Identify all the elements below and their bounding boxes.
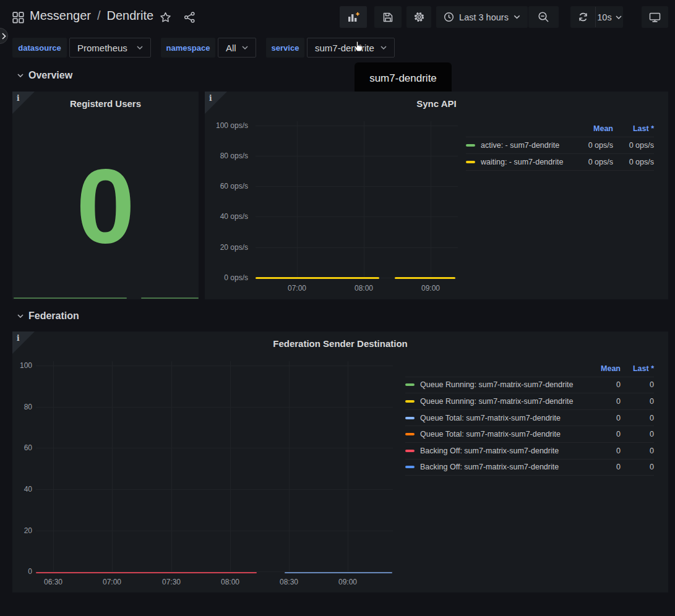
legend-row: Queue Running: sum7-matrix-sum7-dendrite… [405, 377, 654, 394]
y-axis-tick: 40 ops/s [207, 212, 248, 221]
panel-title-federation-sender[interactable]: Federation Sender Destination [37, 338, 643, 349]
info-icon: i [17, 94, 20, 103]
panel-info-corner[interactable] [12, 332, 35, 354]
legend-sort-last[interactable]: Last * [613, 124, 654, 133]
legend-series-label[interactable]: Queue Total: sum7-matrix-sum7-dendrite [420, 414, 583, 422]
apps-grid-icon [12, 12, 24, 24]
section-row-federation[interactable]: Federation [17, 310, 79, 322]
legend-mean-value: 0 [583, 430, 621, 438]
dashboard-header: Messenger / Dendrite [0, 0, 675, 35]
breadcrumb-dashboard[interactable]: Dendrite [107, 9, 154, 23]
y-axis-tick: 20 [12, 526, 32, 535]
save-dashboard-button[interactable] [374, 6, 402, 28]
series-color-swatch [405, 400, 415, 403]
panel-title-registered-users[interactable]: Registerd Users [37, 98, 174, 109]
variable-value-service[interactable]: sum7-dendrite [307, 38, 395, 58]
clock-icon [444, 12, 454, 22]
panel-info-corner[interactable] [205, 92, 227, 114]
refresh-group[interactable]: 10s [570, 6, 623, 28]
panel-sync-api: i Sync API 100 ops/s 80 ops/s 60 ops/s 4… [205, 92, 668, 299]
legend-row: Queue Total: sum7-matrix-sum7-dendrite 0… [405, 426, 654, 443]
breadcrumb-separator: / [97, 9, 101, 23]
breadcrumb-folder[interactable]: Messenger [30, 9, 91, 23]
legend-sort-mean[interactable]: Mean [583, 364, 621, 373]
legend-series-label[interactable]: Backing Off: sum7-matrix-sum7-dendrite [420, 447, 583, 455]
legend-row: Queue Running: sum7-matrix-sum7-dendrite… [405, 393, 654, 410]
legend-last-value: 0 ops/s [613, 158, 654, 166]
x-axis-tick: 07:00 [283, 284, 311, 293]
x-axis-tick: 07:00 [98, 578, 126, 586]
legend-sort-last[interactable]: Last * [621, 364, 654, 373]
y-axis-tick: 20 ops/s [207, 243, 248, 252]
y-axis-tick: 0 ops/s [207, 273, 248, 282]
time-range-label: Last 3 hours [458, 12, 509, 22]
legend-header-row: Mean Last * [466, 121, 654, 137]
legend-last-value: 0 ops/s [613, 141, 654, 150]
chevron-down-icon [380, 46, 387, 49]
section-title-federation: Federation [28, 310, 79, 322]
info-icon: i [209, 94, 212, 103]
x-axis-tick: 08:30 [275, 578, 303, 586]
legend-series-label[interactable]: Backing Off: sum7-matrix-sum7-dendrite [420, 463, 583, 471]
legend-row: Backing Off: sum7-matrix-sum7-dendrite 0… [405, 443, 654, 460]
variable-value-datasource[interactable]: Prometheus [69, 38, 151, 58]
series-color-swatch [405, 450, 415, 452]
variable-label-namespace: namespace [161, 38, 215, 58]
legend-last-value: 0 [621, 447, 654, 455]
section-title-overview: Overview [28, 70, 72, 81]
chevron-down-icon [137, 46, 143, 49]
service-value-tooltip: sum7-dendrite [355, 62, 452, 95]
legend-series-label[interactable]: Queue Running: sum7-matrix-sum7-dendrite [420, 397, 583, 406]
y-axis-tick: 100 [12, 361, 32, 370]
legend-row: Queue Total: sum7-matrix-sum7-dendrite 0… [405, 410, 654, 427]
star-icon[interactable] [160, 12, 171, 23]
series-color-swatch [405, 466, 415, 468]
refresh-icon[interactable] [570, 12, 595, 22]
legend-sort-mean[interactable]: Mean [570, 124, 613, 133]
cycle-view-mode-button[interactable] [642, 6, 668, 28]
legend-series-label[interactable]: Queue Running: sum7-matrix-sum7-dendrite [420, 380, 583, 389]
share-icon[interactable] [184, 12, 196, 23]
legend-header-row: Mean Last * [405, 361, 654, 377]
panel-title-sync-api[interactable]: Sync API [230, 98, 643, 109]
variable-label-service: service [266, 38, 304, 58]
x-axis-tick: 09:00 [417, 284, 444, 293]
legend-row: Backing Off: sum7-matrix-sum7-dendrite 0… [405, 460, 654, 476]
legend-last-value: 0 [621, 414, 654, 422]
variable-value-namespace[interactable]: All [218, 38, 256, 58]
legend-series-label[interactable]: active: - sum7-dendrite [481, 141, 570, 150]
plus-badge [356, 12, 359, 15]
dashboard-settings-button[interactable] [406, 6, 431, 28]
y-axis-tick: 60 ops/s [207, 182, 248, 190]
legend-mean-value: 0 [583, 414, 621, 422]
legend-row: waiting: - sum7-dendrite 0 ops/s 0 ops/s [466, 154, 654, 171]
legend-last-value: 0 [621, 463, 654, 471]
x-axis-tick: 08:00 [216, 578, 244, 586]
chevron-down-icon [17, 74, 24, 77]
series-color-swatch [405, 433, 415, 435]
y-axis-tick: 80 [12, 403, 32, 411]
legend-series-label[interactable]: Queue Total: sum7-matrix-sum7-dendrite [420, 430, 583, 438]
panel-registered-users: i Registerd Users 0 [12, 92, 199, 299]
zoom-out-time-button[interactable] [528, 6, 559, 28]
legend-mean-value: 0 ops/s [570, 141, 613, 150]
series-line-waiting [256, 277, 379, 279]
series-color-swatch [405, 383, 415, 386]
chevron-down-icon [616, 15, 622, 19]
x-axis-tick: 08:00 [350, 284, 377, 293]
stat-sparkline-segment [141, 297, 199, 299]
y-axis-tick: 80 ops/s [207, 152, 248, 160]
add-panel-button[interactable] [340, 6, 367, 28]
panel-info-corner[interactable] [12, 92, 35, 114]
legend-series-label[interactable]: waiting: - sum7-dendrite [481, 158, 570, 166]
chevron-down-icon [242, 46, 248, 49]
refresh-interval-dropdown[interactable]: 10s [596, 12, 623, 22]
legend-mean-value: 0 [583, 397, 621, 406]
legend-row: active: - sum7-dendrite 0 ops/s 0 ops/s [466, 137, 654, 154]
legend-mean-value: 0 ops/s [570, 158, 613, 166]
x-axis-tick: 09:00 [333, 578, 362, 586]
time-range-picker[interactable]: Last 3 hours [436, 6, 528, 28]
chevron-down-icon [17, 314, 24, 318]
section-row-overview[interactable]: Overview [17, 70, 72, 81]
sync-api-legend: Mean Last * active: - sum7-dendrite 0 op… [466, 121, 654, 171]
